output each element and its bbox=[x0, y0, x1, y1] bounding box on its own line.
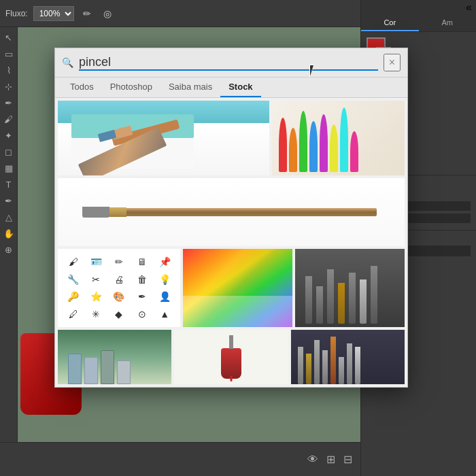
dark-brush-set bbox=[305, 266, 398, 324]
brush-icon-17: ✳ bbox=[92, 309, 100, 320]
brush-icon-20: ▲ bbox=[160, 309, 169, 320]
tool-eraser[interactable]: ◻ bbox=[1, 144, 16, 159]
tab-cor[interactable]: Cor bbox=[361, 15, 419, 31]
brush-icon-19: ⊙ bbox=[138, 309, 146, 320]
result-image-4[interactable]: 🖌 🪪 ✏ 🖥 📌 🔧 ✂ 🖨 🗑 💡 🔑 ⭐ 🎨 ✒ 👤 🖊 ✳ ◆ ⊙ bbox=[58, 249, 180, 327]
long-brush-stick bbox=[86, 208, 377, 216]
brush-icon-4: 🖥 bbox=[137, 256, 147, 267]
tool-clone[interactable]: ✦ bbox=[1, 128, 16, 143]
tab-am[interactable]: Am bbox=[419, 15, 477, 31]
tab-stock[interactable]: Stock bbox=[220, 78, 260, 97]
tool-move[interactable]: ↖ bbox=[1, 30, 16, 45]
many-brush-set bbox=[298, 337, 401, 384]
new-layer-icon[interactable]: ⊟ bbox=[343, 453, 352, 466]
brush-tool-icon[interactable]: ✏ bbox=[80, 6, 95, 21]
search-close-button[interactable]: × bbox=[384, 54, 401, 71]
brush-icon-11: 🔑 bbox=[67, 291, 79, 302]
panel-collapse-button[interactable]: « bbox=[361, 0, 476, 15]
search-modal: 🔍 × Todos Photoshop Saiba mais Stock bbox=[54, 48, 408, 388]
tool-crop[interactable]: ⊹ bbox=[1, 79, 16, 94]
tool-gradient[interactable]: ▦ bbox=[1, 160, 16, 175]
single-brush-head bbox=[221, 348, 241, 379]
grid-icon[interactable]: ⊞ bbox=[326, 453, 335, 466]
flux-select[interactable]: 100% 50% 75% bbox=[33, 6, 74, 21]
result-image-3[interactable] bbox=[58, 178, 405, 246]
search-header: 🔍 × bbox=[55, 48, 407, 78]
single-brush-stick bbox=[229, 335, 233, 349]
collapse-icon: « bbox=[466, 1, 472, 14]
search-input-wrapper bbox=[79, 55, 378, 71]
tab-todos[interactable]: Todos bbox=[62, 78, 102, 97]
tool-select[interactable]: ▭ bbox=[1, 46, 16, 61]
results-row-1 bbox=[58, 101, 405, 175]
result-image-5[interactable] bbox=[183, 249, 292, 327]
results-row-3: 🖌 🪪 ✏ 🖥 📌 🔧 ✂ 🖨 🗑 💡 🔑 ⭐ 🎨 ✒ 👤 🖊 ✳ ◆ ⊙ bbox=[58, 249, 405, 327]
result-image-1[interactable] bbox=[58, 101, 269, 175]
brush-icon-14: ✒ bbox=[138, 291, 146, 302]
brush-icon-7: ✂ bbox=[92, 274, 100, 285]
tool-eyedrop[interactable]: ✒ bbox=[1, 95, 16, 110]
result-image-2[interactable] bbox=[272, 101, 405, 175]
brush-icon-9: 🗑 bbox=[137, 274, 147, 285]
left-tool-panel: ↖ ▭ ⌇ ⊹ ✒ 🖌 ✦ ◻ ▦ T ✒ △ ✋ ⊕ bbox=[0, 27, 18, 442]
brush-icon-12: ⭐ bbox=[90, 291, 102, 302]
eye-icon[interactable]: 👁 bbox=[307, 454, 318, 466]
bottom-toolbar: 👁 ⊞ ⊟ bbox=[0, 442, 360, 476]
brush-icon-15: 👤 bbox=[159, 291, 171, 302]
tool-brush[interactable]: 🖌 bbox=[1, 112, 16, 126]
search-tabs: Todos Photoshop Saiba mais Stock bbox=[55, 78, 407, 98]
tool-lasso[interactable]: ⌇ bbox=[1, 63, 16, 78]
brush-icon-1: 🖌 bbox=[69, 256, 78, 267]
tool-type[interactable]: T bbox=[1, 177, 16, 192]
tab-saiba-mais[interactable]: Saiba mais bbox=[160, 78, 220, 97]
brush-icon-5: 📌 bbox=[159, 256, 171, 267]
brush-icon-18: ◆ bbox=[115, 309, 122, 320]
brush-icon-6: 🔧 bbox=[67, 274, 79, 285]
tab-photoshop[interactable]: Photoshop bbox=[102, 78, 160, 97]
brush-icon-3: ✏ bbox=[115, 256, 123, 267]
tool-zoom[interactable]: ⊕ bbox=[1, 242, 16, 257]
result-image-7[interactable] bbox=[58, 330, 171, 384]
colored-brush-set bbox=[279, 104, 401, 172]
target-icon[interactable]: ◎ bbox=[100, 6, 115, 21]
search-input[interactable] bbox=[79, 55, 378, 69]
result-image-6[interactable] bbox=[295, 249, 405, 327]
results-row-4 bbox=[58, 330, 405, 384]
result-image-8[interactable] bbox=[174, 330, 288, 384]
result-image-9[interactable] bbox=[291, 330, 405, 384]
brush-icon-13: 🎨 bbox=[113, 291, 124, 302]
brush-icon-16: 🖊 bbox=[69, 309, 78, 320]
brush-icon-10: 💡 bbox=[159, 274, 171, 285]
brush-icon-8: 🖨 bbox=[114, 274, 124, 285]
tool-pen[interactable]: ✒ bbox=[1, 193, 16, 208]
search-icon: 🔍 bbox=[62, 57, 73, 68]
svg-rect-1 bbox=[71, 138, 194, 169]
flux-label: Fluxo: bbox=[5, 9, 28, 18]
search-results[interactable]: 🖌 🪪 ✏ 🖥 📌 🔧 ✂ 🖨 🗑 💡 🔑 ⭐ 🎨 ✒ 👤 🖊 ✳ ◆ ⊙ bbox=[55, 98, 407, 387]
brush-icon-2: 🪪 bbox=[90, 256, 102, 267]
right-panel-tabs: Cor Am bbox=[361, 15, 476, 32]
tool-shape[interactable]: △ bbox=[1, 209, 16, 224]
tool-hand[interactable]: ✋ bbox=[1, 226, 16, 241]
